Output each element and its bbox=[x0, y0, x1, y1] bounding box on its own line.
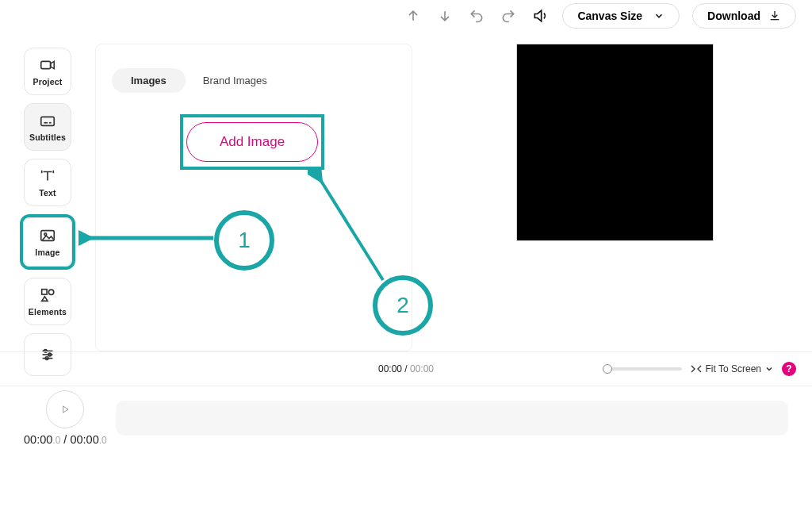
canvas-preview[interactable] bbox=[516, 44, 714, 241]
annotation-step-1: 1 bbox=[214, 210, 274, 271]
play-time-duration-frac: .0 bbox=[99, 435, 107, 446]
image-icon bbox=[39, 227, 56, 244]
svg-point-7 bbox=[48, 290, 53, 294]
redo-icon[interactable] bbox=[499, 6, 518, 25]
play-time-duration: 00:00 bbox=[70, 433, 98, 446]
tool-project-label: Project bbox=[33, 77, 63, 86]
svg-rect-6 bbox=[42, 290, 47, 294]
annotation-arrow-1 bbox=[79, 222, 215, 254]
fit-to-screen-button[interactable]: Fit To Screen bbox=[690, 363, 774, 374]
undo-icon[interactable] bbox=[467, 6, 486, 25]
time-display: 00:00 / 00:00 bbox=[378, 363, 434, 374]
play-time-sep: / bbox=[60, 433, 70, 446]
play-time-current-frac: .0 bbox=[52, 435, 60, 446]
tab-images[interactable]: Images bbox=[112, 68, 186, 93]
tool-project[interactable]: Project bbox=[24, 48, 71, 95]
tool-elements[interactable]: Elements bbox=[24, 278, 71, 325]
image-panel-tabs: Images Brand Images bbox=[112, 68, 396, 93]
svg-rect-0 bbox=[41, 61, 51, 68]
canvas-size-button[interactable]: Canvas Size bbox=[562, 3, 680, 29]
play-button[interactable] bbox=[46, 390, 84, 428]
time-bar: 00:00 / 00:00 Fit To Screen ? bbox=[0, 351, 812, 386]
arrow-up-icon[interactable] bbox=[404, 6, 423, 25]
text-icon bbox=[39, 167, 56, 185]
tool-elements-label: Elements bbox=[29, 307, 67, 317]
add-image-button[interactable]: Add Image bbox=[186, 122, 318, 162]
tool-subtitles[interactable]: Subtitles bbox=[24, 103, 71, 151]
zoom-slider-thumb[interactable] bbox=[603, 364, 612, 374]
play-time-current: 00:00 bbox=[24, 433, 52, 446]
download-icon bbox=[768, 10, 781, 22]
chevron-down-icon bbox=[764, 364, 774, 374]
fit-icon bbox=[690, 364, 703, 374]
tool-text[interactable]: Text bbox=[24, 159, 71, 206]
tool-image[interactable]: Image bbox=[20, 214, 75, 270]
play-area: 00:00.0 / 00:00.0 bbox=[24, 390, 107, 446]
time-duration: 00:00 bbox=[410, 363, 434, 374]
zoom-slider[interactable] bbox=[603, 367, 682, 371]
tool-image-label: Image bbox=[35, 248, 59, 257]
arrow-down-icon[interactable] bbox=[435, 6, 454, 25]
shapes-icon bbox=[39, 286, 56, 304]
download-button[interactable]: Download bbox=[692, 3, 796, 29]
tool-rail: Project Subtitles Text Image Elements bbox=[24, 48, 71, 376]
top-toolbar: Canvas Size Download bbox=[404, 3, 796, 29]
play-icon bbox=[59, 404, 71, 415]
help-button[interactable]: ? bbox=[782, 362, 796, 376]
time-sep: / bbox=[402, 363, 410, 374]
play-time-display: 00:00.0 / 00:00.0 bbox=[24, 433, 107, 446]
svg-rect-1 bbox=[41, 117, 55, 125]
annotation-arrow-2 bbox=[308, 169, 403, 288]
time-current: 00:00 bbox=[378, 363, 402, 374]
tab-brand-images[interactable]: Brand Images bbox=[198, 68, 272, 93]
tool-text-label: Text bbox=[39, 188, 56, 198]
video-camera-icon bbox=[39, 56, 56, 74]
timeline-track[interactable] bbox=[116, 401, 788, 436]
tool-subtitles-label: Subtitles bbox=[29, 132, 66, 142]
canvas-size-label: Canvas Size bbox=[577, 10, 642, 22]
fit-label: Fit To Screen bbox=[706, 363, 761, 374]
add-image-highlight: Add Image bbox=[180, 114, 324, 170]
svg-line-15 bbox=[320, 179, 383, 280]
volume-icon[interactable] bbox=[530, 6, 550, 25]
download-label: Download bbox=[707, 10, 760, 22]
time-bar-right: Fit To Screen ? bbox=[603, 362, 796, 376]
subtitles-icon bbox=[39, 112, 56, 129]
chevron-down-icon bbox=[653, 10, 665, 21]
